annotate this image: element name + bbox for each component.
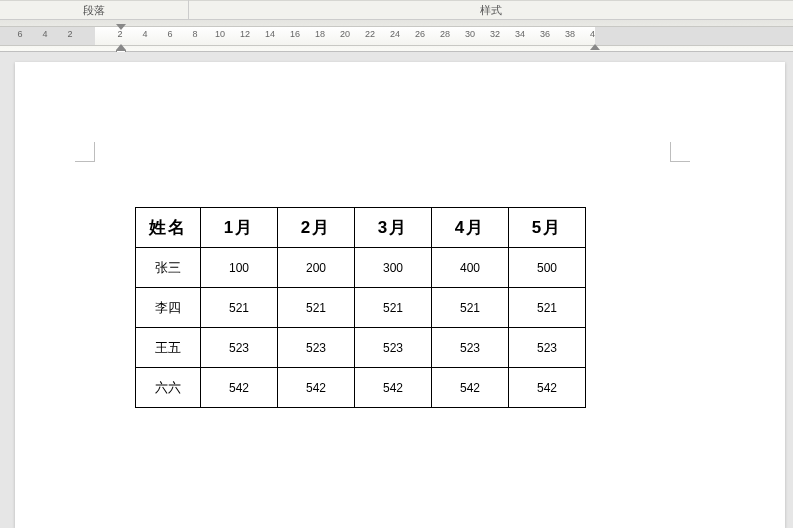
table-cell-value[interactable]: 521 [432,288,509,328]
table-cell-value[interactable]: 521 [201,288,278,328]
ribbon-group-paragraph-label: 段落 [83,3,105,18]
table-cell-value[interactable]: 523 [432,328,509,368]
table-cell-value[interactable]: 521 [278,288,355,328]
table-header-month[interactable]: 5月 [509,208,586,248]
table-header-month[interactable]: 1月 [201,208,278,248]
ruler-tick: 8 [192,29,197,39]
ruler-tick: 32 [490,29,500,39]
document-table[interactable]: 姓名1月2月3月4月5月 张三100200300400500李四52152152… [135,207,586,408]
table-cell-value[interactable]: 521 [509,288,586,328]
ruler-tick: 16 [290,29,300,39]
table-cell-value[interactable]: 542 [278,368,355,408]
ruler-tick: 20 [340,29,350,39]
ruler-tick: 2 [67,29,72,39]
ruler-tick: 24 [390,29,400,39]
ruler-tick: 26 [415,29,425,39]
table-cell-value[interactable]: 542 [432,368,509,408]
table-row[interactable]: 六六542542542542542 [136,368,586,408]
table-cell-value[interactable]: 523 [355,328,432,368]
table-cell-value[interactable]: 100 [201,248,278,288]
document-workspace: 姓名1月2月3月4月5月 张三100200300400500李四52152152… [0,52,793,528]
table-cell-name[interactable]: 张三 [136,248,201,288]
table-cell-value[interactable]: 500 [509,248,586,288]
ruler-tick: 18 [315,29,325,39]
ribbon-group-styles[interactable]: 样式 [189,0,793,19]
horizontal-ruler[interactable]: 8642246810121416182022242628303234363840… [0,20,793,52]
ruler-tick: 34 [515,29,525,39]
ruler-tick: 6 [17,29,22,39]
table-header-month[interactable]: 2月 [278,208,355,248]
table-cell-name[interactable]: 六六 [136,368,201,408]
first-line-indent-marker[interactable] [116,24,126,30]
ruler-tick: 6 [167,29,172,39]
table-row[interactable]: 王五523523523523523 [136,328,586,368]
ribbon-label-row: 段落 样式 [0,0,793,20]
table-cell-value[interactable]: 400 [432,248,509,288]
margin-bracket-top-right [670,142,690,162]
ruler-tick: 10 [215,29,225,39]
ruler-tick: 36 [540,29,550,39]
table-cell-value[interactable]: 521 [355,288,432,328]
table-cell-value[interactable]: 300 [355,248,432,288]
table-cell-value[interactable]: 523 [201,328,278,368]
ruler-tick: 22 [365,29,375,39]
table-header-name[interactable]: 姓名 [136,208,201,248]
ruler-tick: 12 [240,29,250,39]
ruler-tick: 30 [465,29,475,39]
table-row[interactable]: 张三100200300400500 [136,248,586,288]
ruler-tick: 4 [142,29,147,39]
ruler-tick: 4 [42,29,47,39]
ribbon-group-styles-label: 样式 [480,3,502,18]
ruler-tick: 14 [265,29,275,39]
table-cell-value[interactable]: 523 [278,328,355,368]
ruler-tick: 28 [440,29,450,39]
table-cell-value[interactable]: 542 [509,368,586,408]
table-cell-value[interactable]: 542 [355,368,432,408]
table-header-month[interactable]: 4月 [432,208,509,248]
table-cell-value[interactable]: 200 [278,248,355,288]
ruler-tick: 2 [117,29,122,39]
table-header-month[interactable]: 3月 [355,208,432,248]
table-cell-name[interactable]: 王五 [136,328,201,368]
table-cell-name[interactable]: 李四 [136,288,201,328]
table-cell-value[interactable]: 523 [509,328,586,368]
table-cell-value[interactable]: 542 [201,368,278,408]
ruler-tick: 38 [565,29,575,39]
page[interactable]: 姓名1月2月3月4月5月 张三100200300400500李四52152152… [15,62,785,528]
table-row[interactable]: 李四521521521521521 [136,288,586,328]
margin-bracket-top-left [75,142,95,162]
right-indent-marker[interactable] [590,44,600,50]
